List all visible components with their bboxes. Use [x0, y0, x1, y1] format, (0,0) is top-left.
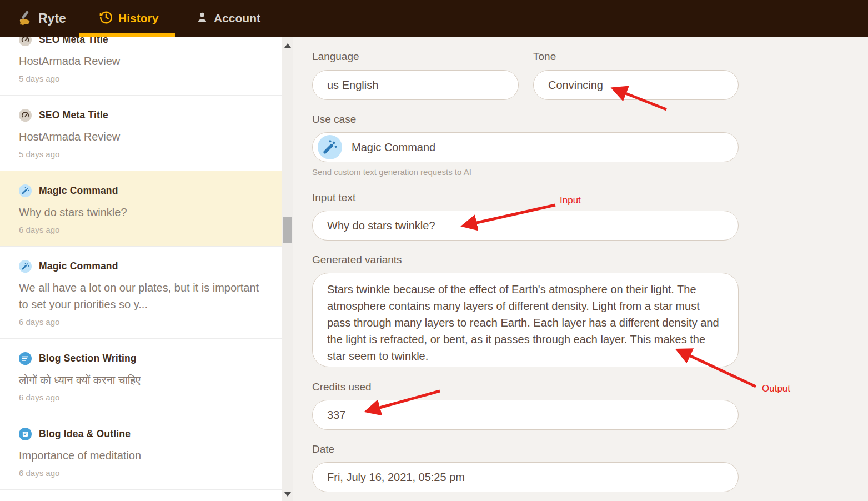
app-header: Ryte History Account	[0, 0, 868, 37]
annotation-input-label: Input	[560, 195, 581, 206]
history-list-item[interactable]: Blog Section Writing लोगों को ध्यान क्यो…	[0, 339, 282, 414]
active-tab-indicator	[79, 33, 175, 37]
tone-label: Tone	[533, 51, 556, 63]
scroll-up-arrow-icon[interactable]	[284, 43, 291, 48]
language-value: us English	[327, 79, 378, 92]
generated-variants-value: Stars twinkle because of the effect of E…	[327, 283, 719, 362]
date-field[interactable]: Fri, July 16, 2021, 05:25 pm	[312, 462, 739, 492]
tab-history[interactable]: History	[99, 0, 158, 37]
tone-field[interactable]: Convincing	[533, 70, 739, 100]
generated-variants-field[interactable]: Stars twinkle because of the effect of E…	[312, 273, 739, 367]
date-value: Fri, July 16, 2021, 05:25 pm	[327, 471, 465, 484]
tab-account-label: Account	[214, 12, 260, 25]
sidebar-scrollbar[interactable]	[282, 37, 293, 501]
app-root: Ryte History Account	[0, 0, 868, 501]
logo[interactable]: Ryte	[17, 0, 66, 37]
history-list-item[interactable]: Magic Command Why do stars twinkle? 6 da…	[0, 171, 282, 247]
history-icon	[99, 10, 113, 27]
text-lines-icon	[19, 352, 32, 365]
history-sidebar: SEO Meta Title HostArmada Review 5 days …	[0, 37, 282, 501]
use-case-label: Use case	[312, 113, 356, 126]
magic-wand-icon	[19, 184, 32, 197]
input-text-label: Input text	[312, 192, 355, 204]
credits-used-value: 337	[327, 409, 345, 422]
use-case-helper: Send custom text generation requests to …	[312, 167, 471, 177]
history-list-item[interactable]: Blog Idea & Outline Importance of medita…	[0, 414, 282, 490]
history-list-item[interactable]: SEO Meta Title HostArmada Review 5 days …	[0, 96, 282, 171]
credits-used-label: Credits used	[312, 381, 372, 393]
scrollbar-thumb[interactable]	[283, 217, 292, 243]
use-case-value: Magic Command	[352, 141, 435, 154]
annotation-output-label: Output	[762, 383, 790, 394]
person-icon	[195, 11, 209, 26]
tab-history-label: History	[118, 12, 158, 25]
history-list-item[interactable]: SEO Meta Title HostArmada Review 5 days …	[0, 37, 282, 96]
history-list-item[interactable]: Magic Command We all have a lot on our p…	[0, 247, 282, 339]
magic-wand-icon	[19, 260, 32, 273]
history-item-list: SEO Meta Title HostArmada Review 5 days …	[0, 37, 282, 490]
document-icon	[19, 428, 32, 440]
logo-text: Ryte	[38, 11, 66, 26]
scroll-down-arrow-icon[interactable]	[284, 492, 291, 497]
writing-hand-icon	[17, 9, 33, 28]
tab-account[interactable]: Account	[195, 0, 260, 37]
language-field[interactable]: us English	[312, 70, 519, 100]
use-case-field[interactable]: Magic Command	[312, 132, 739, 162]
tone-value: Convincing	[548, 79, 603, 92]
input-text-value: Why do stars twinkle?	[327, 219, 435, 232]
input-text-field[interactable]: Why do stars twinkle?	[312, 211, 739, 241]
credits-used-field[interactable]: 337	[312, 400, 739, 430]
magic-wand-icon	[318, 135, 342, 159]
language-label: Language	[312, 51, 359, 63]
gauge-icon	[19, 37, 32, 46]
generated-variants-label: Generated variants	[312, 254, 402, 266]
gauge-icon	[19, 109, 32, 122]
date-label: Date	[312, 443, 334, 455]
